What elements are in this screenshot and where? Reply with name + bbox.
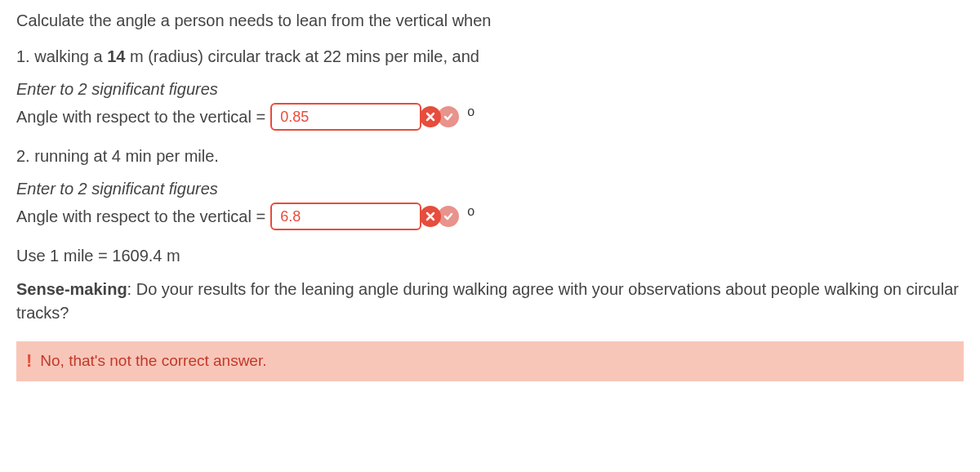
exclamation-icon: ! [26,352,32,370]
answer-1-row: Angle with respect to the vertical = o [16,103,964,131]
instruction-1: Enter to 2 significant figures [16,77,964,101]
answer-1-input[interactable] [270,103,421,131]
feedback-icons-1 [420,106,459,127]
conversion-note: Use 1 mile = 1609.4 m [16,243,964,268]
feedback-text: No, that's not the correct answer. [40,350,266,373]
feedback-icons-2 [420,206,459,227]
part-1-suffix: m (radius) circular track at 22 mins per… [125,47,479,65]
sense-making-body: : Do your results for the leaning angle … [16,280,959,322]
part-2-line: 2. running at 4 min per mile. [16,144,964,168]
question-intro: Calculate the angle a person needs to le… [16,8,964,33]
answer-1-label: Angle with respect to the vertical = [16,105,265,129]
part-1-line: 1. walking a 14 m (radius) circular trac… [16,44,964,69]
part-1-radius: 14 [107,47,125,65]
answer-2-label: Angle with respect to the vertical = [16,204,265,229]
answer-2-row: Angle with respect to the vertical = o [16,203,964,230]
correct-icon [438,206,459,227]
incorrect-icon [420,206,441,227]
sense-making-text: Sense-making: Do your results for the le… [16,278,964,325]
unit-2: o [467,202,474,221]
feedback-bar: ! No, that's not the correct answer. [16,341,964,381]
answer-2-input[interactable] [270,203,421,230]
instruction-2: Enter to 2 significant figures [16,176,964,201]
sense-making-label: Sense-making [16,280,127,298]
unit-1: o [467,102,474,122]
correct-icon [438,106,459,127]
part-1-prefix: 1. walking a [16,47,107,65]
incorrect-icon [420,106,441,127]
